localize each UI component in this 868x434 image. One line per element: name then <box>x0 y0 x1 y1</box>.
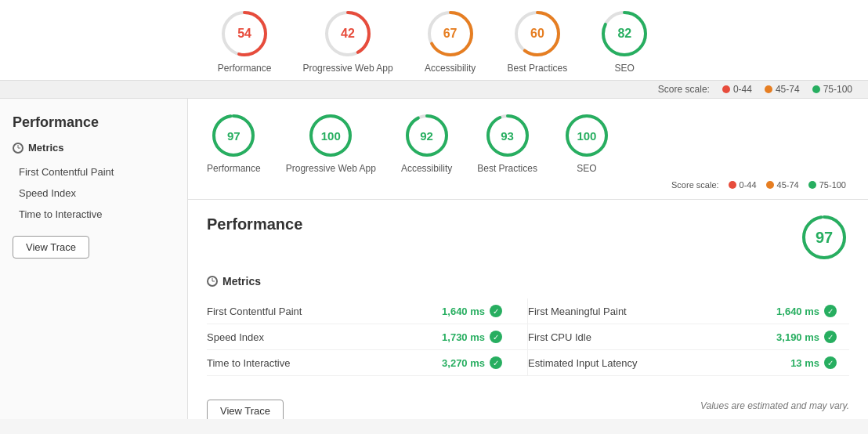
top-score-label-seo: SEO <box>615 63 635 74</box>
metric-name: First Meaningful Paint <box>528 306 627 317</box>
comp-score-accessibility[interactable]: 92Accessibility <box>401 111 452 174</box>
comp-scale-green: 75-100 <box>808 180 846 190</box>
top-score-label-accessibility: Accessibility <box>425 63 476 74</box>
orange-dot <box>765 85 772 93</box>
check-icon: ✓ <box>824 305 837 317</box>
metric-right-2: Estimated Input Latency 13 ms ✓ <box>528 350 849 376</box>
comp-green-range: 75-100 <box>819 180 846 190</box>
metrics-header: Metrics <box>207 275 849 288</box>
metric-right-0: First Meaningful Paint 1,640 ms ✓ <box>528 298 849 324</box>
perf-title: Performance <box>207 215 302 233</box>
sidebar-metrics-label: Metrics <box>28 142 64 154</box>
top-score-label-best-practices: Best Practices <box>508 63 568 74</box>
scale-label: Score scale: <box>658 84 710 95</box>
comp-score-label-pwa: Progressive Web App <box>286 163 376 174</box>
comp-red-dot <box>729 181 736 189</box>
check-icon: ✓ <box>490 356 502 369</box>
metric-name: Time to Interactive <box>207 357 290 369</box>
top-bar: 54Performance42Progressive Web App67Acce… <box>0 0 868 81</box>
sidebar-title: Performance <box>13 114 175 131</box>
comp-score-label-best-practices: Best Practices <box>477 163 537 174</box>
perf-score-gauge: 97 <box>799 212 849 262</box>
comparison-scores-row: 97Performance100Progressive Web App92Acc… <box>207 111 849 174</box>
metric-value: 1,730 ms <box>442 331 485 343</box>
top-scores-row: 54Performance42Progressive Web App67Acce… <box>0 8 868 74</box>
scale-red-range: 0-44 <box>733 84 752 95</box>
perf-view-trace-button[interactable]: View Trace <box>207 400 284 419</box>
comp-scale-orange: 45-74 <box>766 180 799 190</box>
top-score-label-performance: Performance <box>218 63 272 74</box>
metric-value-wrap: 1,640 ms ✓ <box>776 305 837 317</box>
metric-name: Estimated Input Latency <box>528 357 637 369</box>
top-score-performance[interactable]: 54Performance <box>218 8 272 74</box>
comp-score-label-performance: Performance <box>207 163 261 174</box>
metric-left-0: First Contentful Paint 1,640 ms ✓ <box>207 298 528 324</box>
comp-red-range: 0-44 <box>740 180 757 190</box>
metric-value: 3,270 ms <box>442 357 485 369</box>
comp-score-label-seo: SEO <box>577 163 596 174</box>
scale-green: 75-100 <box>812 84 852 95</box>
metric-value: 3,190 ms <box>776 331 819 343</box>
sidebar-item-fcp[interactable]: First Contentful Paint <box>13 161 175 183</box>
perf-gauge-inner: 97 <box>799 212 849 262</box>
top-score-pwa[interactable]: 42Progressive Web App <box>302 8 392 74</box>
content-area: 97Performance100Progressive Web App92Acc… <box>188 99 868 419</box>
comp-score-seo[interactable]: 100SEO <box>562 111 611 174</box>
comp-green-dot <box>808 181 816 189</box>
metric-value-wrap: 3,190 ms ✓ <box>776 331 837 343</box>
comp-orange-dot <box>766 181 774 189</box>
top-score-accessibility[interactable]: 67Accessibility <box>425 8 476 74</box>
metric-value-wrap: 13 ms ✓ <box>790 356 837 369</box>
top-score-seo[interactable]: 82SEO <box>599 8 650 74</box>
comparison-scale-label: Score scale: <box>671 180 719 190</box>
metric-name: First CPU Idle <box>528 331 591 343</box>
metrics-header-label: Metrics <box>222 275 261 288</box>
metric-value: 1,640 ms <box>776 306 819 317</box>
check-icon: ✓ <box>824 356 837 369</box>
check-icon: ✓ <box>490 305 502 317</box>
red-dot <box>722 85 730 93</box>
perf-footer: View Trace Values are estimated and may … <box>207 389 849 419</box>
main-layout: Performance Metrics First Contentful Pai… <box>0 99 868 419</box>
check-icon: ✓ <box>824 331 837 343</box>
metric-value: 13 ms <box>790 357 819 369</box>
sidebar-item-tti[interactable]: Time to Interactive <box>13 204 175 225</box>
scale-orange: 45-74 <box>765 84 800 95</box>
sidebar-item-si[interactable]: Speed Index <box>13 183 175 204</box>
top-scale-bar: Score scale: 0-44 45-74 75-100 <box>0 81 868 99</box>
clock-icon <box>13 143 24 154</box>
sidebar-metrics-section: Metrics <box>13 142 175 154</box>
top-score-best-practices[interactable]: 60Best Practices <box>508 8 568 74</box>
metric-value-wrap: 3,270 ms ✓ <box>442 356 502 369</box>
comp-score-best-practices[interactable]: 93Best Practices <box>477 111 537 174</box>
metrics-grid: First Contentful Paint 1,640 ms ✓ First … <box>207 298 849 376</box>
comp-score-performance[interactable]: 97Performance <box>207 111 261 174</box>
green-dot <box>812 85 820 93</box>
comparison-scale-bar: Score scale: 0-44 45-74 75-100 <box>207 180 849 190</box>
footer-note: Values are estimated and may vary. <box>700 400 849 411</box>
metric-value-wrap: 1,730 ms ✓ <box>442 331 502 343</box>
scale-red: 0-44 <box>722 84 752 95</box>
metric-left-2: Time to Interactive 3,270 ms ✓ <box>207 350 528 376</box>
metric-name: First Contentful Paint <box>207 306 302 317</box>
metric-right-1: First CPU Idle 3,190 ms ✓ <box>528 324 849 350</box>
metric-value: 1,640 ms <box>442 306 485 317</box>
comp-scale-red: 0-44 <box>729 180 757 190</box>
top-score-label-pwa: Progressive Web App <box>302 63 392 74</box>
metrics-clock-icon <box>207 276 218 287</box>
comp-score-label-accessibility: Accessibility <box>401 163 452 174</box>
comp-score-pwa[interactable]: 100Progressive Web App <box>286 111 376 174</box>
metric-left-1: Speed Index 1,730 ms ✓ <box>207 324 528 350</box>
performance-section: Performance 97 Metrics First Contentful … <box>188 200 868 419</box>
comparison-section: 97Performance100Progressive Web App92Acc… <box>188 99 868 200</box>
perf-header: Performance 97 <box>207 215 849 262</box>
metric-name: Speed Index <box>207 331 264 343</box>
check-icon: ✓ <box>490 331 502 343</box>
scale-orange-range: 45-74 <box>776 84 800 95</box>
scale-green-range: 75-100 <box>823 84 852 95</box>
metric-value-wrap: 1,640 ms ✓ <box>442 305 502 317</box>
comp-orange-range: 45-74 <box>777 180 799 190</box>
sidebar: Performance Metrics First Contentful Pai… <box>0 99 188 419</box>
sidebar-view-trace-button[interactable]: View Trace <box>13 236 89 259</box>
